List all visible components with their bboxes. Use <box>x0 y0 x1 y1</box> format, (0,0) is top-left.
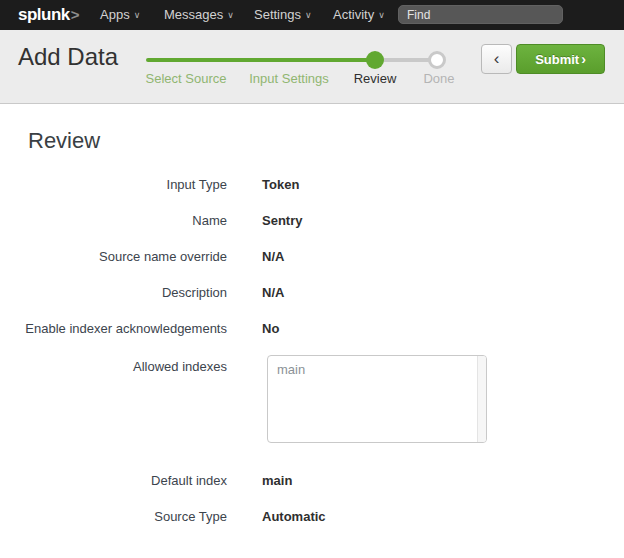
stepper-progress-bar-complete <box>146 58 376 62</box>
step-label-select-source[interactable]: Select Source <box>146 71 227 86</box>
review-row-value: Sentry <box>262 213 302 228</box>
review-row-source-name-override: Source name override N/A <box>0 249 284 264</box>
nav-menu-messages[interactable]: Messages∨ <box>164 0 234 30</box>
nav-menu-settings[interactable]: Settings∨ <box>254 0 312 30</box>
review-row-label: Allowed indexes <box>0 355 227 374</box>
nav-menu-activity-label: Activity <box>333 7 374 22</box>
review-row-value: Automatic <box>262 509 326 524</box>
nav-menu-apps[interactable]: Apps∨ <box>100 0 140 30</box>
nav-menu-activity[interactable]: Activity∨ <box>333 0 385 30</box>
page-title: Add Data <box>18 43 118 71</box>
chevron-down-icon: ∨ <box>227 10 234 20</box>
review-row-label: Source Type <box>0 509 227 524</box>
review-row-label: Enable indexer acknowledgements <box>0 321 227 336</box>
review-row-indexer-acknowledgements: Enable indexer acknowledgements No <box>0 321 279 336</box>
review-row-label: Description <box>0 285 227 300</box>
chevron-right-icon: › <box>581 51 586 67</box>
review-row-label: Input Type <box>0 177 227 192</box>
review-row-label: Default index <box>0 473 227 488</box>
review-row-value: main <box>262 473 292 488</box>
splunk-logo[interactable]: splunk> <box>18 5 80 25</box>
review-row-value: N/A <box>262 285 284 300</box>
chevron-down-icon: ∨ <box>378 10 385 20</box>
allowed-indexes-listbox[interactable]: main <box>267 355 487 443</box>
nav-menu-apps-label: Apps <box>100 7 130 22</box>
step-dot-review <box>366 51 384 69</box>
submit-button-label: Submit <box>535 52 579 67</box>
splunk-add-data-screen: splunk> Apps∨ Messages∨ Settings∨ Activi… <box>0 0 624 558</box>
review-row-label: Source name override <box>0 249 227 264</box>
review-row-value: N/A <box>262 249 284 264</box>
review-row-name: Name Sentry <box>0 213 302 228</box>
find-search-input[interactable] <box>398 5 563 24</box>
step-label-review: Review <box>354 71 397 86</box>
chevron-down-icon: ∨ <box>134 10 141 20</box>
add-data-header: Add Data Select Source Input Settings Re… <box>0 30 624 104</box>
review-row-label: Name <box>0 213 227 228</box>
review-row-value: Token <box>262 177 299 192</box>
nav-menu-messages-label: Messages <box>164 7 223 22</box>
splunk-logo-text: splunk <box>18 5 70 24</box>
review-heading: Review <box>28 128 100 154</box>
nav-menu-settings-label: Settings <box>254 7 301 22</box>
top-navbar: splunk> Apps∨ Messages∨ Settings∨ Activi… <box>0 0 624 30</box>
review-row-source-type: Source Type Automatic <box>0 509 326 524</box>
splunk-logo-chevron-icon: > <box>71 6 80 23</box>
step-label-done: Done <box>423 71 454 86</box>
allowed-indexes-value: main <box>268 356 486 377</box>
step-dot-done <box>428 51 446 69</box>
review-row-allowed-indexes: Allowed indexes main <box>0 355 487 443</box>
chevron-left-icon: ‹ <box>494 49 500 68</box>
chevron-down-icon: ∨ <box>305 10 312 20</box>
back-button[interactable]: ‹ <box>481 44 512 74</box>
step-label-input-settings[interactable]: Input Settings <box>249 71 329 86</box>
submit-button[interactable]: Submit› <box>516 44 605 74</box>
review-row-default-index: Default index main <box>0 473 292 488</box>
review-row-value: No <box>262 321 279 336</box>
review-row-description: Description N/A <box>0 285 284 300</box>
scrollbar[interactable] <box>477 356 486 442</box>
review-row-input-type: Input Type Token <box>0 177 299 192</box>
